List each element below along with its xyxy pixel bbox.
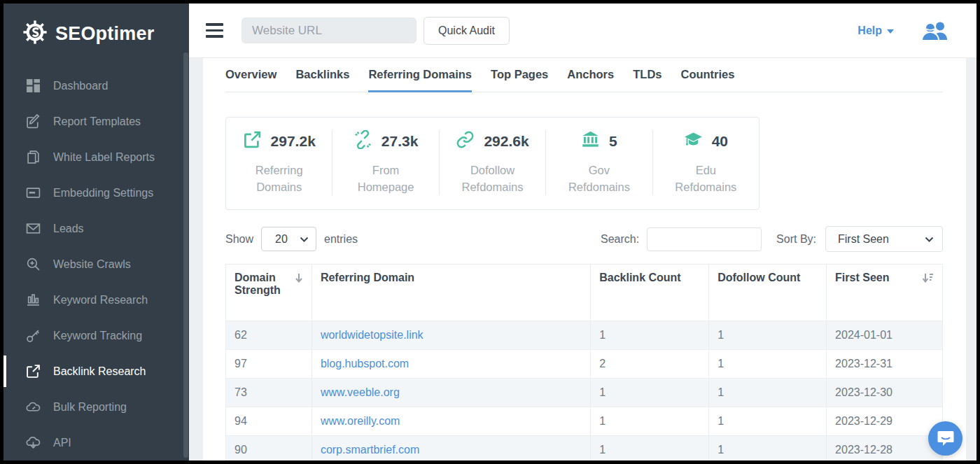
sidebar-item-label: White Label Reports (53, 151, 155, 164)
stat-value: 297.2k (271, 133, 316, 150)
chat-widget-button[interactable] (928, 421, 962, 456)
cell-referring-domain: worldwidetopsite.link (312, 321, 590, 350)
sidebar-item-label: Keyword Tracking (53, 330, 142, 342)
chevron-down-icon (887, 29, 894, 34)
search-group: Search: (601, 227, 762, 251)
sidebar-item-white-label-reports[interactable]: White Label Reports (4, 139, 189, 175)
cell-referring-domain: corp.smartbrief.com (312, 436, 590, 461)
cell-referring-domain: www.veeble.org (312, 379, 590, 407)
sidebar-scrollbar[interactable] (183, 52, 188, 458)
table-row: 90 corp.smartbrief.com 1 1 2023-12-28 (226, 436, 943, 461)
help-menu[interactable]: Help (858, 24, 894, 37)
external-link-icon (243, 130, 262, 153)
referring-domain-link[interactable]: www.veeble.org (321, 386, 400, 398)
tab-anchors[interactable]: Anchors (567, 68, 614, 92)
sidebar-item-backlink-research[interactable]: Backlink Research (4, 353, 189, 389)
cloud-gauge-icon (25, 400, 41, 415)
sidebar-item-api[interactable]: API (4, 425, 189, 461)
sidebar-item-label: API (53, 437, 71, 449)
embed-card-icon (25, 185, 41, 201)
hamburger-menu-icon[interactable] (206, 23, 223, 38)
table-row: 97 blog.hubspot.com 2 1 2023-12-31 (226, 350, 943, 379)
sort-by-label: Sort By: (776, 233, 816, 246)
referring-domain-link[interactable]: blog.hubspot.com (321, 358, 409, 370)
sidebar-item-leads[interactable]: Leads (4, 211, 189, 246)
help-label: Help (858, 24, 882, 37)
cloud-download-icon (25, 435, 41, 451)
sidebar-item-embedding-settings[interactable]: Embedding Settings (4, 175, 189, 211)
magnifier-plus-icon (25, 257, 41, 272)
header-dofollow-count[interactable]: Dofollow Count (709, 265, 827, 321)
cell-first-seen: 2023-12-28 (827, 436, 943, 461)
header-domain-strength[interactable]: Domain Strength (226, 265, 312, 321)
tab-tlds[interactable]: TLDs (633, 68, 662, 92)
stat-label: Gov Refdomains (561, 162, 638, 195)
sort-by-select[interactable]: First Seen (825, 226, 943, 252)
entries-label: entries (324, 233, 358, 246)
app-window: SEOptimer Dashboard Report Templates Whi… (0, 0, 980, 464)
sidebar: SEOptimer Dashboard Report Templates Whi… (4, 3, 189, 461)
show-label: Show (225, 233, 253, 246)
cell-dofollow-count: 1 (709, 350, 827, 379)
stat-label: Edu Refdomains (667, 162, 744, 195)
sidebar-item-keyword-tracking[interactable]: Keyword Tracking (4, 318, 189, 353)
table-controls: Show 20 entries Search: Sort By: First S… (225, 226, 943, 252)
stat-value: 292.6k (484, 133, 528, 150)
sidebar-item-label: Bulk Reporting (53, 401, 127, 414)
graduation-cap-icon (684, 130, 703, 153)
sidebar-item-report-templates[interactable]: Report Templates (4, 104, 189, 139)
sidebar-item-dashboard[interactable]: Dashboard (4, 68, 189, 104)
stat-label: Referring Domains (241, 162, 318, 195)
sidebar-item-label: Website Crawls (53, 258, 131, 271)
logo-text: SEOptimer (55, 23, 154, 45)
quick-audit-button[interactable]: Quick Audit (424, 17, 510, 45)
header-referring-domain[interactable]: Referring Domain (312, 265, 590, 321)
cell-domain-strength: 73 (226, 379, 312, 407)
tab-bar: Overview Backlinks Referring Domains Top… (225, 58, 943, 92)
tab-countries[interactable]: Countries (680, 68, 734, 92)
external-link-icon (25, 364, 41, 379)
stat-from-homepage: 27.3k From Homepage (332, 130, 439, 195)
content-panel: Overview Backlinks Referring Domains Top… (203, 58, 966, 461)
sidebar-nav: Dashboard Report Templates White Label R… (4, 68, 189, 461)
cell-backlink-count: 1 (591, 407, 709, 436)
tab-referring-domains[interactable]: Referring Domains (368, 68, 472, 92)
stat-edu-refdomains: 40 Edu Refdomains (653, 130, 759, 195)
stats-summary-card: 297.2k Referring Domains 27.3k From Home… (225, 117, 760, 210)
sort-group: Sort By: First Seen (776, 226, 943, 252)
cell-backlink-count: 1 (591, 436, 709, 461)
sort-amount-icon (922, 273, 934, 283)
bank-icon (581, 130, 600, 153)
chevron-down-icon (925, 237, 934, 242)
main-area: Quick Audit Help (189, 3, 976, 461)
link-icon (456, 130, 475, 153)
header-backlink-count[interactable]: Backlink Count (591, 265, 709, 321)
tab-backlinks[interactable]: Backlinks (295, 68, 349, 92)
sidebar-item-bulk-reporting[interactable]: Bulk Reporting (4, 389, 189, 425)
referring-domain-link[interactable]: corp.smartbrief.com (321, 444, 419, 456)
topbar: Quick Audit Help (189, 3, 976, 58)
account-users-icon[interactable] (920, 20, 948, 41)
chevron-down-icon (300, 237, 309, 242)
referring-domains-table: Domain Strength Referring Domain Backlin… (225, 264, 943, 461)
website-url-input[interactable] (241, 17, 416, 43)
entries-select[interactable]: 20 (261, 227, 316, 251)
bar-chart-icon (25, 293, 41, 308)
sidebar-item-website-crawls[interactable]: Website Crawls (4, 246, 189, 282)
referring-domain-link[interactable]: worldwidetopsite.link (321, 329, 424, 341)
sort-down-arrow-icon (295, 273, 303, 283)
tab-top-pages[interactable]: Top Pages (491, 68, 548, 92)
cell-dofollow-count: 1 (709, 379, 827, 407)
dashboard-icon (25, 78, 41, 94)
tab-overview[interactable]: Overview (225, 68, 276, 92)
content-area: Overview Backlinks Referring Domains Top… (189, 58, 976, 461)
envelope-icon (25, 221, 41, 237)
search-input[interactable] (647, 227, 762, 251)
logo[interactable]: SEOptimer (4, 3, 189, 61)
cell-referring-domain: blog.hubspot.com (312, 350, 590, 379)
sidebar-item-keyword-research[interactable]: Keyword Research (4, 282, 189, 318)
cell-backlink-count: 1 (591, 379, 709, 407)
header-first-seen[interactable]: First Seen (827, 265, 943, 321)
referring-domain-link[interactable]: www.oreilly.com (321, 415, 400, 427)
stat-value: 27.3k (382, 133, 419, 150)
